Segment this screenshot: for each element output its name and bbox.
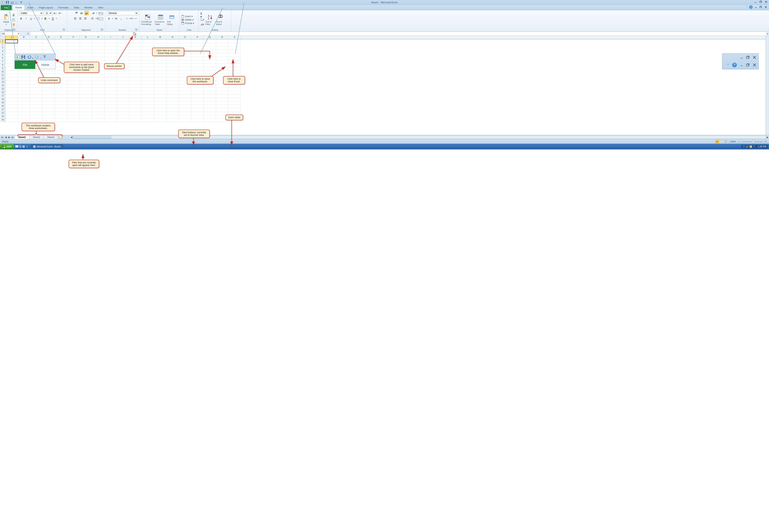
svg-rect-81 [725, 141, 726, 143]
svg-rect-102 [740, 66, 743, 66]
minimize-icon [740, 56, 743, 59]
callout-close-workbook: Click here to close this workbook. [187, 76, 213, 84]
svg-rect-101 [747, 57, 749, 59]
callout-zoom: Zoom slider [225, 115, 243, 120]
svg-rect-11 [760, 6, 761, 8]
svg-line-109 [55, 59, 65, 65]
svg-line-108 [200, 8, 223, 54]
page-layout-view-button[interactable] [719, 140, 724, 143]
expand-formula-bar-icon[interactable]: ▾ [766, 32, 769, 35]
tray-icon[interactable]: 🔊 [746, 145, 749, 148]
svg-rect-6 [755, 2, 756, 3]
minimize-ribbon-icon[interactable]: ⌃ [746, 6, 748, 8]
callout-views: View buttons; currently set to Normal Vi… [178, 130, 210, 138]
restore-icon [746, 56, 750, 59]
callout-qat: Click here to add more commands to the Q… [64, 62, 99, 73]
zoom-window-controls-overlay: ⌃ ? [722, 53, 759, 69]
workbook-minimize-button[interactable] [754, 6, 758, 8]
help-icon: ? [732, 63, 737, 67]
callout-sheets: This workbook contains three worksheets. [22, 123, 55, 131]
workbook-restore-icon [746, 63, 750, 67]
svg-rect-82 [726, 141, 727, 143]
workbook-close-button[interactable] [764, 6, 767, 8]
callout-mouse: Mouse pointer [104, 63, 124, 69]
svg-line-112 [212, 67, 225, 76]
tray-icon[interactable]: 🔌 [753, 145, 756, 148]
help-icon[interactable]: ? [749, 5, 753, 9]
vertical-scrollbar[interactable] [766, 36, 769, 135]
normal-view-button[interactable] [715, 140, 719, 143]
svg-line-105 [8, 3, 16, 55]
svg-line-107 [235, 3, 244, 54]
restore-button[interactable] [759, 1, 763, 3]
close-button[interactable] [764, 1, 768, 3]
workbook-minimize-icon [740, 64, 743, 66]
clock: 1:39 PM [758, 145, 766, 148]
workbook-restore-button[interactable] [759, 6, 763, 8]
svg-line-111 [116, 36, 133, 63]
minimize-button[interactable] [754, 1, 757, 3]
workbook-close-icon [753, 63, 756, 67]
svg-rect-9 [755, 7, 757, 8]
close-icon [753, 56, 756, 59]
zoom-in-button[interactable]: + [764, 140, 767, 143]
minimize-ribbon-icon: ⌃ [727, 63, 729, 67]
svg-rect-8 [760, 1, 761, 3]
tray-icon[interactable]: 📶 [749, 145, 752, 148]
svg-rect-99 [740, 58, 743, 58]
svg-line-106 [29, 3, 55, 55]
callout-close-excel: Click here to close Excel. [223, 76, 245, 84]
system-tray[interactable]: 🛡 🔊 📶 🔌 1:39 PM [741, 145, 768, 148]
svg-line-110 [35, 60, 44, 77]
callout-help: Click here to open the Excel Help window… [152, 48, 184, 56]
page-break-view-button[interactable] [724, 140, 728, 143]
zoom-slider[interactable] [742, 141, 763, 142]
zoom-out-button[interactable]: − [738, 140, 741, 143]
svg-rect-104 [747, 64, 749, 66]
svg-rect-80 [721, 141, 722, 142]
tray-icon[interactable]: 🛡 [743, 145, 745, 148]
svg-rect-76 [716, 141, 718, 143]
zoom-level[interactable]: 100% [730, 140, 736, 143]
callout-undo: Undo command [38, 77, 60, 83]
